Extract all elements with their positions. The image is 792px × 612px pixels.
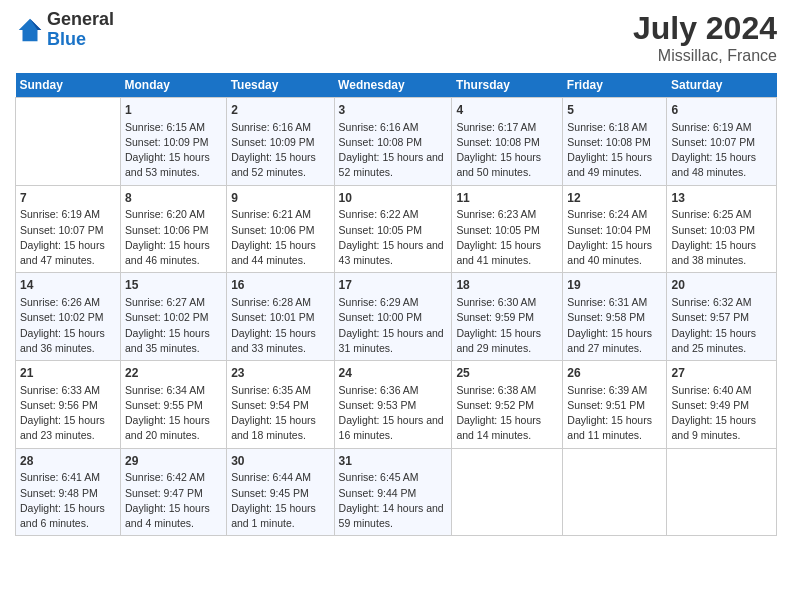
- day-number: 8: [125, 190, 222, 207]
- day-cell: [667, 448, 777, 536]
- day-cell: [563, 448, 667, 536]
- logo-general: General: [47, 10, 114, 30]
- cell-content: Sunrise: 6:32 AMSunset: 9:57 PMDaylight:…: [671, 295, 772, 356]
- cell-content: Sunrise: 6:44 AMSunset: 9:45 PMDaylight:…: [231, 470, 329, 531]
- day-cell: 4Sunrise: 6:17 AMSunset: 10:08 PMDayligh…: [452, 98, 563, 186]
- main-title: July 2024: [633, 10, 777, 47]
- day-number: 3: [339, 102, 448, 119]
- day-cell: 13Sunrise: 6:25 AMSunset: 10:03 PMDaylig…: [667, 185, 777, 273]
- cell-content: Sunrise: 6:21 AMSunset: 10:06 PMDaylight…: [231, 207, 329, 268]
- cell-content: Sunrise: 6:15 AMSunset: 10:09 PMDaylight…: [125, 120, 222, 181]
- day-cell: 24Sunrise: 6:36 AMSunset: 9:53 PMDayligh…: [334, 361, 452, 449]
- header-row: SundayMondayTuesdayWednesdayThursdayFrid…: [16, 73, 777, 98]
- logo: General Blue: [15, 10, 114, 50]
- day-cell: 5Sunrise: 6:18 AMSunset: 10:08 PMDayligh…: [563, 98, 667, 186]
- logo-blue: Blue: [47, 30, 114, 50]
- subtitle: Missillac, France: [633, 47, 777, 65]
- week-row-2: 7Sunrise: 6:19 AMSunset: 10:07 PMDayligh…: [16, 185, 777, 273]
- week-row-3: 14Sunrise: 6:26 AMSunset: 10:02 PMDaylig…: [16, 273, 777, 361]
- day-number: 17: [339, 277, 448, 294]
- day-number: 24: [339, 365, 448, 382]
- day-number: 15: [125, 277, 222, 294]
- day-number: 30: [231, 453, 329, 470]
- header-cell-saturday: Saturday: [667, 73, 777, 98]
- day-number: 4: [456, 102, 558, 119]
- day-number: 29: [125, 453, 222, 470]
- cell-content: Sunrise: 6:26 AMSunset: 10:02 PMDaylight…: [20, 295, 116, 356]
- day-number: 19: [567, 277, 662, 294]
- header-cell-tuesday: Tuesday: [227, 73, 334, 98]
- logo-icon: [15, 15, 45, 45]
- cell-content: Sunrise: 6:25 AMSunset: 10:03 PMDaylight…: [671, 207, 772, 268]
- day-cell: [452, 448, 563, 536]
- day-cell: 31Sunrise: 6:45 AMSunset: 9:44 PMDayligh…: [334, 448, 452, 536]
- cell-content: Sunrise: 6:34 AMSunset: 9:55 PMDaylight:…: [125, 383, 222, 444]
- cell-content: Sunrise: 6:42 AMSunset: 9:47 PMDaylight:…: [125, 470, 222, 531]
- day-cell: 16Sunrise: 6:28 AMSunset: 10:01 PMDaylig…: [227, 273, 334, 361]
- cell-content: Sunrise: 6:29 AMSunset: 10:00 PMDaylight…: [339, 295, 448, 356]
- day-cell: 26Sunrise: 6:39 AMSunset: 9:51 PMDayligh…: [563, 361, 667, 449]
- day-number: 27: [671, 365, 772, 382]
- day-cell: 12Sunrise: 6:24 AMSunset: 10:04 PMDaylig…: [563, 185, 667, 273]
- cell-content: Sunrise: 6:16 AMSunset: 10:08 PMDaylight…: [339, 120, 448, 181]
- cell-content: Sunrise: 6:35 AMSunset: 9:54 PMDaylight:…: [231, 383, 329, 444]
- header: General Blue July 2024 Missillac, France: [15, 10, 777, 65]
- day-number: 18: [456, 277, 558, 294]
- cell-content: Sunrise: 6:19 AMSunset: 10:07 PMDaylight…: [671, 120, 772, 181]
- day-cell: [16, 98, 121, 186]
- cell-content: Sunrise: 6:28 AMSunset: 10:01 PMDaylight…: [231, 295, 329, 356]
- day-number: 16: [231, 277, 329, 294]
- cell-content: Sunrise: 6:39 AMSunset: 9:51 PMDaylight:…: [567, 383, 662, 444]
- page: General Blue July 2024 Missillac, France…: [0, 0, 792, 612]
- day-number: 10: [339, 190, 448, 207]
- day-number: 2: [231, 102, 329, 119]
- header-cell-friday: Friday: [563, 73, 667, 98]
- day-number: 13: [671, 190, 772, 207]
- cell-content: Sunrise: 6:36 AMSunset: 9:53 PMDaylight:…: [339, 383, 448, 444]
- day-number: 23: [231, 365, 329, 382]
- day-cell: 27Sunrise: 6:40 AMSunset: 9:49 PMDayligh…: [667, 361, 777, 449]
- cell-content: Sunrise: 6:38 AMSunset: 9:52 PMDaylight:…: [456, 383, 558, 444]
- cell-content: Sunrise: 6:31 AMSunset: 9:58 PMDaylight:…: [567, 295, 662, 356]
- cell-content: Sunrise: 6:45 AMSunset: 9:44 PMDaylight:…: [339, 470, 448, 531]
- day-number: 5: [567, 102, 662, 119]
- day-cell: 25Sunrise: 6:38 AMSunset: 9:52 PMDayligh…: [452, 361, 563, 449]
- day-cell: 29Sunrise: 6:42 AMSunset: 9:47 PMDayligh…: [121, 448, 227, 536]
- cell-content: Sunrise: 6:18 AMSunset: 10:08 PMDaylight…: [567, 120, 662, 181]
- cell-content: Sunrise: 6:16 AMSunset: 10:09 PMDaylight…: [231, 120, 329, 181]
- day-number: 12: [567, 190, 662, 207]
- cell-content: Sunrise: 6:40 AMSunset: 9:49 PMDaylight:…: [671, 383, 772, 444]
- day-number: 11: [456, 190, 558, 207]
- day-number: 6: [671, 102, 772, 119]
- header-cell-thursday: Thursday: [452, 73, 563, 98]
- day-cell: 9Sunrise: 6:21 AMSunset: 10:06 PMDayligh…: [227, 185, 334, 273]
- day-number: 14: [20, 277, 116, 294]
- day-cell: 2Sunrise: 6:16 AMSunset: 10:09 PMDayligh…: [227, 98, 334, 186]
- cell-content: Sunrise: 6:30 AMSunset: 9:59 PMDaylight:…: [456, 295, 558, 356]
- day-cell: 28Sunrise: 6:41 AMSunset: 9:48 PMDayligh…: [16, 448, 121, 536]
- day-cell: 18Sunrise: 6:30 AMSunset: 9:59 PMDayligh…: [452, 273, 563, 361]
- day-cell: 30Sunrise: 6:44 AMSunset: 9:45 PMDayligh…: [227, 448, 334, 536]
- logo-text: General Blue: [47, 10, 114, 50]
- cell-content: Sunrise: 6:22 AMSunset: 10:05 PMDaylight…: [339, 207, 448, 268]
- day-number: 31: [339, 453, 448, 470]
- day-cell: 8Sunrise: 6:20 AMSunset: 10:06 PMDayligh…: [121, 185, 227, 273]
- day-cell: 17Sunrise: 6:29 AMSunset: 10:00 PMDaylig…: [334, 273, 452, 361]
- cell-content: Sunrise: 6:17 AMSunset: 10:08 PMDaylight…: [456, 120, 558, 181]
- cell-content: Sunrise: 6:27 AMSunset: 10:02 PMDaylight…: [125, 295, 222, 356]
- day-number: 21: [20, 365, 116, 382]
- day-cell: 20Sunrise: 6:32 AMSunset: 9:57 PMDayligh…: [667, 273, 777, 361]
- header-cell-sunday: Sunday: [16, 73, 121, 98]
- day-cell: 22Sunrise: 6:34 AMSunset: 9:55 PMDayligh…: [121, 361, 227, 449]
- day-number: 25: [456, 365, 558, 382]
- cell-content: Sunrise: 6:41 AMSunset: 9:48 PMDaylight:…: [20, 470, 116, 531]
- day-cell: 23Sunrise: 6:35 AMSunset: 9:54 PMDayligh…: [227, 361, 334, 449]
- week-row-5: 28Sunrise: 6:41 AMSunset: 9:48 PMDayligh…: [16, 448, 777, 536]
- day-number: 1: [125, 102, 222, 119]
- title-block: July 2024 Missillac, France: [633, 10, 777, 65]
- cell-content: Sunrise: 6:23 AMSunset: 10:05 PMDaylight…: [456, 207, 558, 268]
- day-cell: 15Sunrise: 6:27 AMSunset: 10:02 PMDaylig…: [121, 273, 227, 361]
- week-row-1: 1Sunrise: 6:15 AMSunset: 10:09 PMDayligh…: [16, 98, 777, 186]
- day-cell: 7Sunrise: 6:19 AMSunset: 10:07 PMDayligh…: [16, 185, 121, 273]
- day-number: 9: [231, 190, 329, 207]
